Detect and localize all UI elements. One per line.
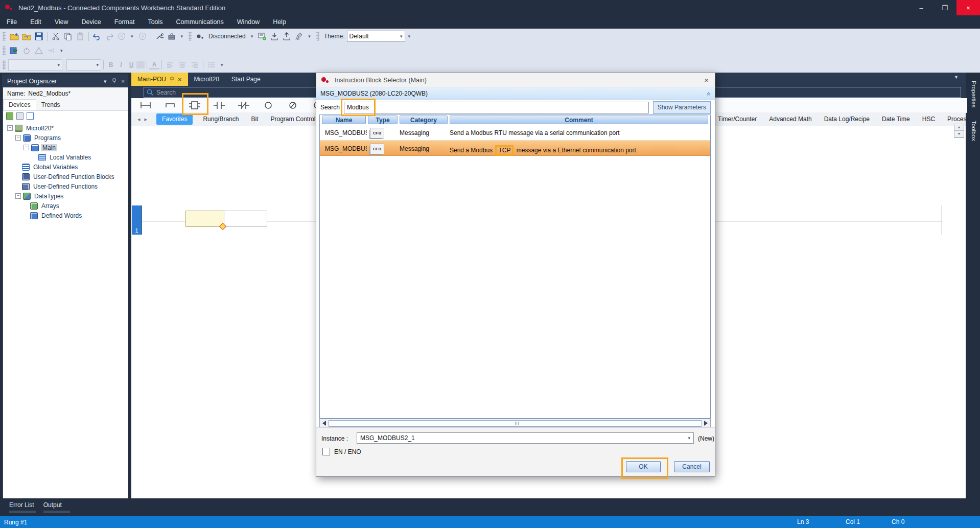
toolbar-grip[interactable] (189, 32, 192, 41)
align-left-icon[interactable] (164, 59, 176, 71)
ok-button[interactable]: OK (626, 461, 661, 472)
coil-negated-icon[interactable] (287, 100, 299, 110)
toolbar-overflow-icon[interactable]: ▾ (60, 48, 63, 53)
add-device-icon[interactable] (6, 112, 13, 120)
instruction-block-icon[interactable] (189, 100, 201, 110)
save-icon[interactable] (33, 31, 45, 42)
paste-icon[interactable] (74, 31, 86, 42)
menu-item-communications[interactable]: Communications (170, 15, 230, 29)
copy-icon[interactable] (62, 31, 74, 42)
menu-item-device[interactable]: Device (75, 15, 108, 29)
clean-icon[interactable] (293, 31, 305, 42)
rung-icon[interactable] (139, 100, 152, 110)
tree-item[interactable]: Defined Words (3, 211, 129, 220)
instruction-row[interactable]: MSG_MODBUSCFBMessagingSend a Modbus TCP … (320, 141, 710, 156)
toolbar-grip[interactable] (316, 32, 319, 41)
navigate-forward-icon[interactable] (136, 31, 149, 42)
bottom-tab-output[interactable]: Output (43, 501, 62, 509)
en-eno-checkbox[interactable] (322, 448, 330, 455)
back-dropdown-icon[interactable]: ▾ (131, 34, 133, 39)
tree-expander-icon[interactable]: − (24, 145, 29, 150)
category-tab-rung-branch[interactable]: Rung/Branch (203, 116, 239, 123)
menu-item-view[interactable]: View (48, 15, 75, 29)
menu-item-file[interactable]: File (0, 15, 24, 29)
panel-tab-trends[interactable]: Trends (36, 99, 65, 110)
undo-icon[interactable] (91, 31, 103, 42)
document-tab-micro820[interactable]: Micro820 (188, 73, 225, 86)
maximize-button[interactable]: ❐ (933, 0, 956, 15)
menu-item-window[interactable]: Window (230, 15, 266, 29)
remove-device-icon[interactable] (16, 112, 24, 120)
category-tab-proces[interactable]: Proces (947, 116, 966, 123)
toolbar-grip[interactable] (3, 60, 6, 70)
minimize-button[interactable]: – (909, 0, 933, 15)
toolbar-overflow-icon[interactable]: ▾ (308, 34, 311, 39)
close-button[interactable]: × (956, 0, 980, 15)
dialog-close-icon[interactable]: × (704, 76, 709, 84)
toolbar-overflow-icon[interactable]: ▾ (181, 34, 183, 39)
tree-expander-icon[interactable]: − (7, 125, 13, 131)
new-project-icon[interactable] (8, 31, 20, 42)
font-color-icon[interactable]: A (149, 61, 159, 70)
category-tab-hsc[interactable]: HSC (922, 116, 935, 123)
highlight-icon[interactable] (136, 61, 145, 68)
warning-icon[interactable] (33, 45, 45, 56)
tree-item[interactable]: −DataTypes (3, 191, 129, 201)
collapse-chevron-icon[interactable]: « (705, 91, 713, 95)
menu-item-format[interactable]: Format (108, 15, 142, 29)
column-header-comment[interactable]: Comment (450, 116, 708, 124)
column-header-name[interactable]: Name (322, 116, 366, 124)
tree-expander-icon[interactable]: − (15, 193, 21, 199)
category-tab-bit[interactable]: Bit (251, 116, 258, 123)
contact-negated-icon[interactable] (238, 100, 250, 110)
toolbar-grip[interactable] (3, 32, 6, 41)
tree-item[interactable]: Local Variables (3, 152, 129, 162)
font-select[interactable]: ▾ (8, 59, 62, 71)
canvas-split-buttons[interactable]: ▲▼ (954, 124, 964, 138)
category-scroll-arrows[interactable]: ◂▸ (137, 116, 151, 123)
branch-icon[interactable] (164, 100, 176, 110)
font-size-select[interactable]: ▾ (66, 59, 101, 71)
panel-tab-devices[interactable]: Devices (3, 99, 36, 110)
download-icon[interactable] (268, 31, 281, 42)
category-tab-advanced-math[interactable]: Advanced Math (769, 116, 811, 123)
menu-item-help[interactable]: Help (266, 15, 293, 29)
panel-menu-icon[interactable]: ▾ (104, 78, 107, 85)
tree-item[interactable]: User-Defined Functions (3, 181, 129, 191)
toolbox-icon[interactable] (166, 31, 178, 42)
side-tab-properties[interactable]: Properties (971, 76, 977, 112)
column-header-type[interactable]: Type (368, 116, 398, 124)
side-tab-toolbox[interactable]: Toolbox (971, 116, 977, 146)
open-project-icon[interactable] (20, 31, 33, 42)
menu-item-edit[interactable]: Edit (24, 15, 48, 29)
tree-expander-icon[interactable]: − (15, 135, 21, 141)
pin-icon[interactable] (170, 77, 174, 82)
coil-icon[interactable] (262, 100, 274, 110)
column-header-category[interactable]: Category (400, 116, 448, 124)
show-parameters-button[interactable]: Show Parameters (653, 101, 711, 114)
tabstrip-overflow-icon[interactable]: ▼ (954, 73, 966, 86)
instance-select[interactable]: MSG_MODBUS2_1 ▾ (357, 432, 694, 444)
menu-item-tools[interactable]: Tools (141, 15, 169, 29)
toolbar-overflow-icon[interactable]: ▾ (221, 62, 223, 67)
tab-close-icon[interactable]: × (178, 76, 182, 83)
category-tab-timer-counter[interactable]: Timer/Counter (718, 116, 757, 123)
horizontal-scrollbar[interactable] (319, 419, 711, 427)
contact-icon[interactable] (213, 100, 225, 110)
connection-icon[interactable] (194, 31, 206, 42)
align-right-icon[interactable] (189, 59, 201, 71)
redo-icon[interactable] (103, 31, 115, 42)
list-icon[interactable] (205, 59, 218, 71)
category-tab-data-log-recipe[interactable]: Data Log/Recipe (824, 116, 870, 123)
navigate-back-icon[interactable] (115, 31, 128, 42)
toolbar-overflow-icon[interactable]: ▾ (408, 34, 411, 39)
upload-icon[interactable] (281, 31, 293, 42)
category-tab-program-control[interactable]: Program Control (270, 116, 315, 123)
scrollbar-thumb[interactable] (328, 420, 702, 427)
tree-item[interactable]: Arrays (3, 201, 129, 211)
empty-ladder-cell[interactable] (223, 211, 267, 227)
tree-item[interactable]: −Main (3, 143, 129, 152)
document-tab-main-pou[interactable]: Main-POU× (131, 73, 188, 86)
theme-select[interactable]: Default▾ (347, 31, 405, 42)
scroll-right-icon[interactable] (704, 421, 708, 426)
